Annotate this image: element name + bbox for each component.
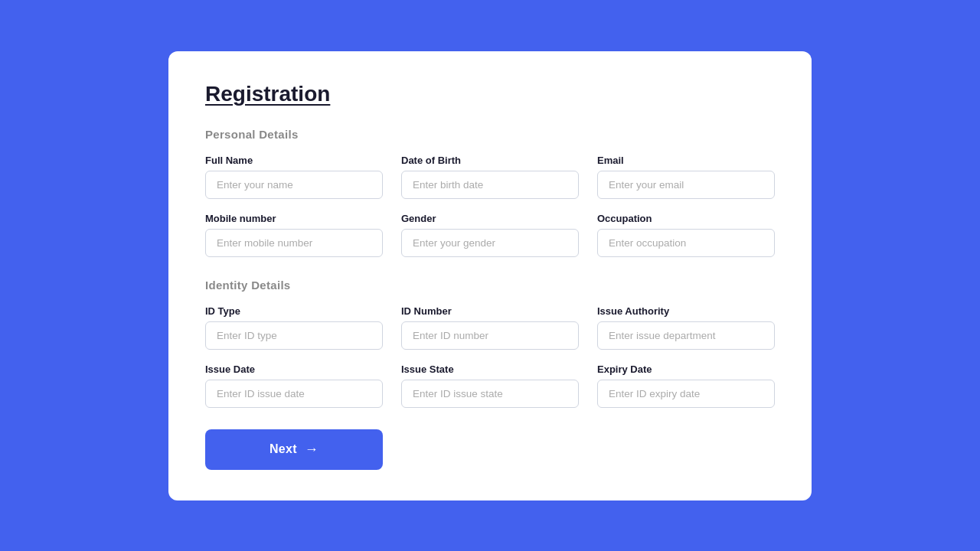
personal-details-grid: Full Name Date of Birth Email Mobile num… xyxy=(205,155,775,257)
field-email: Email xyxy=(597,155,775,199)
input-occupation[interactable] xyxy=(597,229,775,257)
field-full-name: Full Name xyxy=(205,155,383,199)
label-mobile: Mobile number xyxy=(205,213,383,224)
label-id-type: ID Type xyxy=(205,305,383,317)
arrow-right-icon: → xyxy=(305,442,318,458)
field-mobile: Mobile number xyxy=(205,213,383,257)
personal-details-section: Personal Details Full Name Date of Birth… xyxy=(205,128,775,257)
field-occupation: Occupation xyxy=(597,213,775,257)
field-issue-authority: Issue Authority xyxy=(597,305,775,350)
label-issue-authority: Issue Authority xyxy=(597,305,775,317)
label-issue-date: Issue Date xyxy=(205,364,383,375)
field-dob: Date of Birth xyxy=(401,155,579,199)
label-dob: Date of Birth xyxy=(401,155,579,166)
input-issue-date[interactable] xyxy=(205,380,383,408)
input-issue-state[interactable] xyxy=(401,380,579,408)
field-expiry-date: Expiry Date xyxy=(597,364,775,408)
label-gender: Gender xyxy=(401,213,579,224)
input-expiry-date[interactable] xyxy=(597,380,775,408)
identity-details-section: Identity Details ID Type ID Number Issue… xyxy=(205,279,775,408)
identity-details-title: Identity Details xyxy=(205,279,775,292)
page-title: Registration xyxy=(205,82,775,106)
input-id-number[interactable] xyxy=(401,321,579,350)
field-issue-state: Issue State xyxy=(401,364,579,408)
field-issue-date: Issue Date xyxy=(205,364,383,408)
field-gender: Gender xyxy=(401,213,579,257)
registration-card: Registration Personal Details Full Name … xyxy=(168,51,812,500)
input-gender[interactable] xyxy=(401,229,579,257)
label-email: Email xyxy=(597,155,775,166)
identity-details-grid: ID Type ID Number Issue Authority Issue … xyxy=(205,305,775,408)
label-full-name: Full Name xyxy=(205,155,383,166)
next-button-label: Next xyxy=(270,442,297,456)
field-id-number: ID Number xyxy=(401,305,579,350)
input-id-type[interactable] xyxy=(205,321,383,350)
next-button[interactable]: Next → xyxy=(205,429,383,470)
input-issue-authority[interactable] xyxy=(597,321,775,350)
label-id-number: ID Number xyxy=(401,305,579,317)
input-full-name[interactable] xyxy=(205,171,383,199)
label-expiry-date: Expiry Date xyxy=(597,364,775,375)
input-email[interactable] xyxy=(597,171,775,199)
input-mobile[interactable] xyxy=(205,229,383,257)
label-occupation: Occupation xyxy=(597,213,775,224)
field-id-type: ID Type xyxy=(205,305,383,350)
label-issue-state: Issue State xyxy=(401,364,579,375)
personal-details-title: Personal Details xyxy=(205,128,775,141)
input-dob[interactable] xyxy=(401,171,579,199)
